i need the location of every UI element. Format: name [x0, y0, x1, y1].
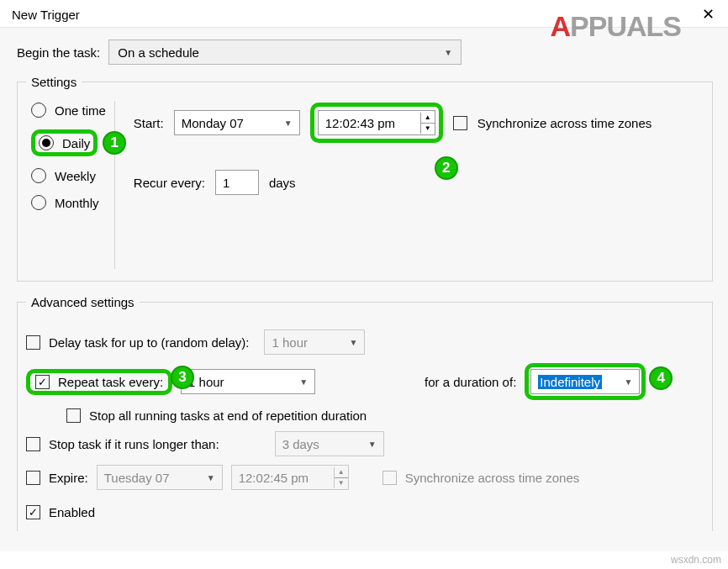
stop-if-label: Stop task if it runs longer than: — [49, 437, 219, 451]
start-label: Start: — [134, 116, 164, 130]
chevron-down-icon: ▼ — [624, 377, 632, 387]
radio-bullet — [31, 103, 46, 118]
radio-label: Monthly — [55, 196, 99, 210]
enabled-label: Enabled — [49, 505, 95, 519]
start-time-spinner[interactable]: 12:02:43 pm ▲ ▼ — [318, 110, 435, 135]
close-button[interactable]: ✕ — [697, 5, 720, 24]
repeat-interval-dropdown[interactable]: 1 hour ▼ — [181, 369, 315, 394]
duration-label: for a duration of: — [425, 375, 516, 389]
expire-sync-checkbox — [382, 471, 397, 485]
expire-checkbox[interactable] — [26, 471, 40, 485]
radio-daily[interactable]: Daily — [39, 135, 90, 150]
chevron-down-icon: ▼ — [284, 119, 293, 128]
stop-all-label: Stop all running tasks at end of repetit… — [89, 408, 367, 423]
settings-legend: Settings — [26, 75, 82, 89]
begin-task-label: Begin the task: — [17, 45, 100, 60]
spin-up-icon[interactable]: ▲ — [421, 113, 435, 124]
annotation-badge-4: 4 — [649, 366, 673, 390]
expire-time-value: 12:02:45 pm — [239, 471, 329, 485]
expire-date-value: Tuesday 07 — [104, 471, 170, 485]
start-date-value: Monday 07 — [182, 116, 244, 130]
radio-bullet — [31, 168, 46, 183]
delay-dropdown: 1 hour ▼ — [264, 329, 365, 355]
sync-timezone-label: Synchronize across time zones — [477, 116, 652, 130]
duration-dropdown[interactable]: Indefinitely ▼ — [530, 369, 640, 394]
duration-value: Indefinitely — [538, 375, 602, 389]
chevron-down-icon: ▼ — [368, 440, 377, 449]
radio-one-time[interactable]: One time — [31, 103, 106, 118]
delay-value: 1 hour — [272, 335, 308, 350]
recur-label: Recur every: — [134, 176, 205, 190]
radio-label: One time — [55, 103, 106, 118]
chevron-down-icon: ▼ — [350, 338, 358, 347]
annotation-badge-3: 3 — [171, 366, 194, 389]
spinner-buttons: ▲ ▼ — [334, 467, 348, 488]
radio-bullet-selected — [39, 135, 54, 150]
radio-label: Daily — [62, 136, 90, 150]
radio-weekly[interactable]: Weekly — [31, 168, 106, 183]
expire-date-picker: Tuesday 07 ▼ — [97, 465, 223, 490]
advanced-group: Advanced settings Delay task for up to (… — [17, 295, 713, 531]
spin-down-icon[interactable]: ▼ — [421, 124, 435, 134]
watermark-url: wsxdn.com — [671, 554, 721, 566]
expire-time-spinner: 12:02:45 pm ▲ ▼ — [231, 465, 349, 490]
sync-timezone-checkbox[interactable] — [453, 116, 467, 130]
spin-down-icon: ▼ — [335, 478, 348, 488]
start-date-picker[interactable]: Monday 07 ▼ — [174, 110, 300, 135]
stop-if-dropdown: 3 days ▼ — [275, 431, 384, 456]
stop-if-checkbox[interactable] — [26, 437, 40, 451]
stop-all-checkbox[interactable] — [66, 408, 81, 423]
start-time-value: 12:02:43 pm — [325, 116, 415, 130]
stop-if-value: 3 days — [282, 437, 319, 451]
spin-up-icon: ▲ — [335, 467, 348, 478]
recur-value: 1 — [223, 176, 229, 190]
recur-value-input[interactable]: 1 — [215, 170, 259, 195]
repeat-label: Repeat task every: — [58, 375, 163, 389]
expire-label: Expire: — [49, 471, 88, 485]
chevron-down-icon: ▼ — [207, 473, 215, 482]
delay-checkbox[interactable] — [26, 335, 40, 350]
enabled-checkbox[interactable]: ✓ — [26, 505, 40, 519]
repeat-checkbox[interactable]: ✓ — [35, 375, 50, 389]
begin-task-value: On a schedule — [118, 45, 199, 60]
begin-task-dropdown[interactable]: On a schedule ▼ — [108, 40, 462, 65]
recur-unit: days — [269, 176, 296, 190]
window-title: New Trigger — [12, 8, 80, 22]
chevron-down-icon: ▼ — [299, 377, 308, 387]
chevron-down-icon: ▼ — [444, 48, 452, 57]
radio-monthly[interactable]: Monthly — [31, 195, 106, 210]
radio-label: Weekly — [55, 169, 96, 183]
spinner-buttons[interactable]: ▲ ▼ — [420, 113, 435, 134]
annotation-badge-2: 2 — [435, 156, 458, 180]
radio-bullet — [31, 195, 46, 210]
delay-label: Delay task for up to (random delay): — [49, 335, 249, 350]
annotation-badge-1: 1 — [103, 131, 126, 155]
advanced-legend: Advanced settings — [26, 295, 140, 309]
settings-group: Settings One time Daily 1 — [17, 75, 713, 282]
expire-sync-label: Synchronize across time zones — [405, 471, 580, 485]
